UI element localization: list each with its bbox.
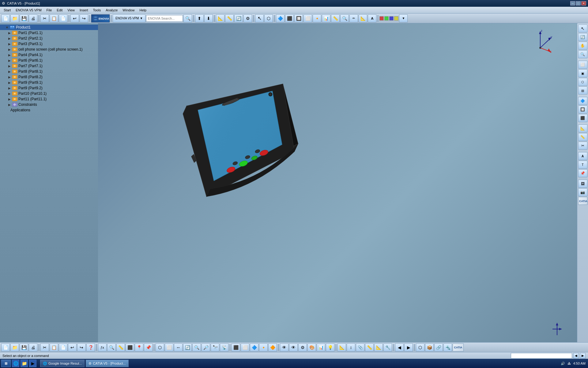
tb-download[interactable]: ⬇ bbox=[204, 14, 213, 22]
btb-open[interactable]: 📁 bbox=[10, 343, 19, 351]
btb-zoom2[interactable]: 🔍 bbox=[192, 343, 201, 351]
tb-wire[interactable]: 🔲 bbox=[294, 14, 303, 22]
btb-contact[interactable]: ↕ bbox=[347, 343, 355, 351]
rb-section[interactable]: ✂ bbox=[578, 142, 587, 150]
tb-render[interactable]: 🔷 bbox=[276, 14, 285, 22]
tb-undo[interactable]: ↩ bbox=[70, 14, 79, 22]
rb-select[interactable]: ↖ bbox=[578, 25, 587, 33]
tb-mesh[interactable]: ⬛ bbox=[285, 14, 294, 22]
tree-item-part8-2[interactable]: ▶ Part8 (Part8.2) bbox=[0, 74, 98, 80]
btb-grid[interactable]: ⬛ bbox=[126, 343, 134, 351]
3d-viewport[interactable]: z y x bbox=[98, 23, 577, 342]
tb-view1[interactable]: 📐 bbox=[216, 14, 224, 22]
btb-hide[interactable]: 👁 bbox=[280, 343, 288, 351]
rb-view-front[interactable]: ▣ bbox=[578, 69, 587, 77]
status-scroll-right[interactable]: ▶ bbox=[580, 353, 586, 358]
tb-search[interactable]: 🔍 bbox=[183, 14, 192, 22]
btb-search2[interactable]: 🔍 bbox=[107, 343, 116, 351]
btb-new[interactable]: 📄 bbox=[1, 343, 10, 351]
tb-pointer[interactable]: ↖ bbox=[255, 14, 264, 22]
tb-upload[interactable]: ⬆ bbox=[195, 14, 204, 22]
tree-item-part10[interactable]: ▶ Part10 (Part10.1) bbox=[0, 91, 98, 96]
rb-annot[interactable]: 📌 bbox=[578, 169, 587, 177]
tb-edit[interactable]: ✏ bbox=[349, 14, 358, 22]
btb-sphere[interactable]: ⬜ bbox=[241, 343, 249, 351]
rb-text[interactable]: T bbox=[578, 161, 587, 169]
tb-red[interactable] bbox=[379, 16, 384, 21]
btb-prev[interactable]: ◀ bbox=[395, 343, 404, 351]
btb-fit2[interactable]: 📡 bbox=[220, 343, 228, 351]
btb-constraint[interactable]: 📐 bbox=[337, 343, 346, 351]
tree-item-cellphone[interactable]: ▶ cell phone screen (cell phone screen.1… bbox=[0, 47, 98, 52]
tb-select[interactable]: ⬡ bbox=[264, 14, 273, 22]
btb-snap2[interactable]: 📌 bbox=[144, 343, 153, 351]
expander-part9-2[interactable]: ▶ bbox=[7, 86, 12, 90]
rb-render1[interactable]: 🖼 bbox=[578, 180, 587, 188]
btb-paste[interactable]: 📄 bbox=[59, 343, 67, 351]
menu-tools[interactable]: Tools bbox=[90, 8, 103, 13]
btb-extra3[interactable]: 🔗 bbox=[434, 343, 443, 351]
start-button[interactable]: ⊞ bbox=[1, 360, 11, 367]
btb-align[interactable]: 📏 bbox=[365, 343, 374, 351]
tree-item-product1[interactable]: ▼ Product1 bbox=[0, 25, 98, 30]
tb-new[interactable]: 📄 bbox=[1, 14, 10, 22]
expander-part11[interactable]: ▶ bbox=[7, 97, 12, 101]
tree-item-applications[interactable]: Applications bbox=[0, 107, 98, 113]
rb-measure2[interactable]: 📏 bbox=[578, 133, 587, 141]
status-command-input[interactable] bbox=[511, 353, 572, 358]
btb-redo[interactable]: ↪ bbox=[77, 343, 86, 351]
tb-redo[interactable]: ↪ bbox=[80, 14, 88, 22]
menu-view[interactable]: View bbox=[65, 8, 77, 13]
tb-shade1[interactable]: ⬜ bbox=[303, 14, 312, 22]
status-scroll-left[interactable]: ◀ bbox=[573, 353, 579, 358]
taskbar-folder-icon[interactable]: 📁 bbox=[21, 360, 28, 367]
btb-coincide[interactable]: 📎 bbox=[356, 343, 364, 351]
btb-multiselect[interactable]: ⬡ bbox=[156, 343, 164, 351]
btb-help[interactable]: ❓ bbox=[86, 343, 95, 351]
btb-print[interactable]: 🖨 bbox=[29, 343, 37, 351]
menu-file[interactable]: File bbox=[44, 8, 55, 13]
btb-undo[interactable]: ↩ bbox=[68, 343, 77, 351]
menu-analyze[interactable]: Analyze bbox=[103, 8, 120, 13]
btb-snap[interactable]: 📍 bbox=[135, 343, 143, 351]
expander-part9-1[interactable]: ▶ bbox=[7, 80, 12, 85]
expander-constraints[interactable]: ▶ bbox=[7, 102, 12, 107]
tb-analyze[interactable]: 🔍 bbox=[340, 14, 349, 22]
rb-zoom[interactable]: 🔍 bbox=[578, 50, 587, 58]
tb-yellow[interactable] bbox=[394, 16, 398, 21]
btb-formula[interactable]: ƒx bbox=[98, 343, 107, 351]
menu-edit[interactable]: Edit bbox=[54, 8, 65, 13]
tb-paste[interactable]: 📄 bbox=[59, 14, 67, 22]
expander-part1[interactable]: ▶ bbox=[7, 31, 12, 35]
enovia-vpm-btn[interactable]: ENOVIA V5 VPM ▼ bbox=[113, 14, 145, 22]
enovia-search-input[interactable] bbox=[146, 15, 183, 22]
tb-settings[interactable]: ⚙ bbox=[243, 14, 252, 22]
btb-update[interactable]: 🔧 bbox=[383, 343, 392, 351]
expander-part6[interactable]: ▶ bbox=[7, 58, 12, 63]
btb-measure3[interactable]: 📏 bbox=[116, 343, 125, 351]
expander-cellphone[interactable]: ▶ bbox=[7, 47, 12, 52]
rb-dim[interactable]: A bbox=[578, 152, 587, 160]
rb-pan[interactable]: ✋ bbox=[578, 42, 587, 50]
btb-angle[interactable]: 📐 bbox=[374, 343, 383, 351]
rb-shade[interactable]: 🔷 bbox=[578, 97, 587, 105]
maximize-button[interactable]: □ bbox=[576, 1, 581, 6]
tree-item-part2[interactable]: ▶ Part2 (Part2.1) bbox=[0, 36, 98, 41]
btb-cut[interactable]: ✂ bbox=[40, 343, 49, 351]
btb-properties[interactable]: ⚙ bbox=[298, 343, 307, 351]
btb-allparts[interactable]: ⬜ bbox=[165, 343, 173, 351]
taskbar-media-icon[interactable]: ▶ bbox=[29, 360, 36, 367]
btb-material[interactable]: 📊 bbox=[317, 343, 325, 351]
expander-part2[interactable]: ▶ bbox=[7, 36, 12, 40]
rb-view-iso[interactable]: ⬡ bbox=[578, 78, 587, 86]
menu-help[interactable]: Help bbox=[137, 8, 149, 13]
close-button[interactable]: ✕ bbox=[581, 1, 586, 6]
rb-view-top[interactable]: ▤ bbox=[578, 86, 587, 94]
tb-cut[interactable]: ✂ bbox=[40, 14, 49, 22]
tb-copy[interactable]: 📋 bbox=[50, 14, 58, 22]
rb-render2[interactable]: 📷 bbox=[578, 188, 587, 196]
tb-shade3[interactable]: 📊 bbox=[322, 14, 330, 22]
minimize-button[interactable]: ─ bbox=[570, 1, 575, 6]
tree-item-part9-2[interactable]: ▶ Part9 (Part9.2) bbox=[0, 85, 98, 91]
taskbar-ie-icon[interactable]: 🌐 bbox=[12, 360, 19, 367]
